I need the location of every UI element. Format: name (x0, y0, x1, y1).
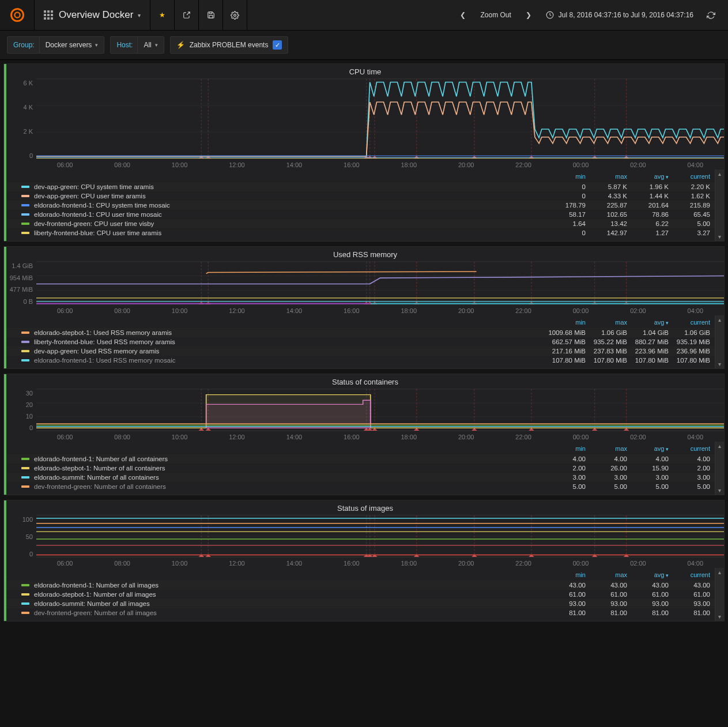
chevron-down-icon: ▾ (95, 42, 98, 48)
legend-row[interactable]: dev-frontend-green: Number of all contai… (6, 482, 715, 491)
dashboard-picker[interactable]: Overview Docker ▾ (35, 0, 150, 30)
legend-table: min max avg current eldorado-frontend-1:… (6, 442, 715, 495)
legend-header-max[interactable]: max (586, 319, 627, 326)
x-tick-label: 12:00 (208, 307, 265, 314)
graph-wrapper[interactable]: 100500 06:0008:0010:0012:0014:0016:0018:… (6, 515, 724, 568)
legend-series-name: eldorado-stepbot-1: Number of all images (34, 591, 544, 598)
legend-row[interactable]: dev-app-green: Used RSS memory aramis 21… (6, 346, 715, 356)
legend-max: 26.00 (586, 465, 627, 472)
legend-swatch-icon (21, 602, 29, 605)
legend-max: 102.65 (586, 211, 627, 218)
legend-row[interactable]: eldorado-frontend-1: Number of all conta… (6, 454, 715, 464)
legend-min: 107.80 MiB (544, 357, 586, 364)
graph-wrapper[interactable]: 1.4 GiB954 MiB477 MiB0 B 06:0008:0010:00… (6, 261, 724, 315)
plot-area[interactable] (36, 389, 724, 431)
x-tick-label: 12:00 (208, 434, 265, 440)
legend-row[interactable]: eldorado-stepbot-1: Number of all images… (6, 590, 715, 599)
save-dashboard-button[interactable] (199, 0, 223, 30)
plot-area[interactable] (36, 78, 724, 159)
x-tick-label: 00:00 (552, 434, 609, 440)
y-axis: 100500 (6, 515, 36, 558)
x-tick-label: 04:00 (667, 161, 724, 168)
legend-row[interactable]: dev-app-green: CPU system time aramis 0 … (6, 182, 715, 191)
time-range-picker[interactable]: Jul 8, 2016 04:37:16 to Jul 9, 2016 04:3… (540, 7, 699, 22)
legend-row[interactable]: eldorado-stepbot-1: Used RSS memory aram… (6, 328, 715, 337)
legend-scrollbar[interactable]: ▴ ▾ (715, 568, 724, 621)
legend-row[interactable]: eldorado-stepbot-1: Number of all contai… (6, 464, 715, 473)
panel-title[interactable]: Status of containers (6, 374, 724, 389)
legend-header-avg[interactable]: avg (627, 445, 669, 452)
x-axis: 06:0008:0010:0012:0014:0016:0018:0020:00… (36, 431, 724, 442)
legend-current: 3.00 (669, 474, 710, 481)
zoom-out-label: Zoom Out (480, 11, 511, 19)
legend-header: min max avg current (6, 444, 715, 454)
legend-row[interactable]: dev-frontend-green: Number of all images… (6, 608, 715, 617)
template-group-dropdown[interactable]: Docker servers ▾ (40, 37, 104, 53)
legend-swatch-icon (21, 341, 29, 343)
time-forward-button[interactable]: ❯ (520, 7, 537, 23)
legend-row[interactable]: eldorado-frontend-1: CPU system time mos… (6, 201, 715, 210)
legend-header-min[interactable]: min (544, 445, 586, 452)
annotation-toggle-zabbix[interactable]: ⚡ Zabbix PROBLEM events ✓ (170, 36, 289, 54)
plot-column: 06:0008:0010:0012:0014:0016:0018:0020:00… (36, 389, 724, 442)
legend-header-current[interactable]: current (669, 173, 710, 180)
share-dashboard-button[interactable] (175, 0, 199, 30)
time-back-button[interactable]: ❮ (455, 7, 471, 23)
legend-scrollbar[interactable]: ▴ ▾ (715, 442, 724, 495)
legend-row[interactable]: eldorado-frontend-1: Used RSS memory mos… (6, 356, 715, 365)
legend-header-current[interactable]: current (669, 571, 710, 578)
legend-avg: 61.00 (627, 591, 669, 598)
template-host-dropdown[interactable]: All ▾ (138, 37, 163, 53)
legend-header-avg[interactable]: avg (627, 571, 669, 578)
grafana-logo[interactable] (0, 0, 35, 30)
y-axis: 3020100 (6, 389, 36, 431)
legend-container: min max avg current eldorado-stepbot-1: … (6, 315, 724, 368)
legend-swatch-icon (21, 476, 29, 479)
zoom-out-button[interactable]: Zoom Out (474, 7, 516, 22)
legend-header-current[interactable]: current (669, 319, 710, 326)
legend-header-max[interactable]: max (586, 173, 627, 180)
legend-series-name: eldorado-stepbot-1: Number of all contai… (34, 465, 544, 472)
legend-header-min[interactable]: min (544, 173, 586, 180)
legend-header-max[interactable]: max (586, 445, 627, 452)
graph-panel: Status of containers 3020100 06:0008:001… (3, 374, 725, 495)
refresh-button[interactable] (703, 7, 719, 23)
star-dashboard-button[interactable]: ★ (150, 0, 175, 30)
settings-dashboard-button[interactable] (223, 0, 247, 30)
legend-series-name: eldorado-frontend-1: Number of all conta… (34, 455, 544, 462)
graph-wrapper[interactable]: 6 K4 K2 K0 06:0008:0010:0012:0014:0016:0… (6, 78, 724, 169)
plot-area[interactable] (36, 515, 724, 558)
legend-row[interactable]: eldorado-summit: Number of all container… (6, 473, 715, 482)
legend-header-avg[interactable]: avg (627, 173, 669, 180)
scroll-up-icon: ▴ (718, 569, 721, 575)
legend-row[interactable]: eldorado-frontend-1: CPU user time mosai… (6, 210, 715, 219)
plot-area[interactable] (36, 261, 724, 305)
legend-row[interactable]: eldorado-frontend-1: Number of all image… (6, 581, 715, 590)
legend-header-avg[interactable]: avg (627, 319, 669, 326)
legend-swatch-icon (21, 467, 29, 469)
legend-header-min[interactable]: min (544, 319, 586, 326)
navbar-right: ❮ Zoom Out ❯ Jul 8, 2016 04:37:16 to Jul… (455, 7, 719, 23)
legend-header-current[interactable]: current (669, 445, 710, 452)
x-tick-label: 04:00 (667, 307, 724, 314)
legend-row[interactable]: eldorado-summit: Number of all images 93… (6, 599, 715, 608)
legend-header-min[interactable]: min (544, 571, 586, 578)
legend-scrollbar[interactable]: ▴ ▾ (715, 315, 724, 368)
legend-series-name: dev-frontend-green: CPU user time visby (34, 220, 544, 227)
legend-row[interactable]: liberty-frontend-blue: Used RSS memory a… (6, 337, 715, 346)
panel-title[interactable]: Used RSS memory (6, 247, 724, 261)
legend-header-max[interactable]: max (586, 571, 627, 578)
graph-wrapper[interactable]: 3020100 06:0008:0010:0012:0014:0016:0018… (6, 389, 724, 442)
panel-title[interactable]: Status of images (6, 500, 724, 515)
legend-current: 1.62 K (669, 193, 710, 199)
legend-row[interactable]: liberty-frontend-blue: CPU user time ara… (6, 228, 715, 238)
legend-avg: 1.96 K (627, 183, 669, 190)
legend-row[interactable]: dev-frontend-green: CPU user time visby … (6, 219, 715, 228)
x-axis: 06:0008:0010:0012:0014:0016:0018:0020:00… (36, 159, 724, 169)
legend-row[interactable]: dev-app-green: CPU user time aramis 0 4.… (6, 191, 715, 201)
x-tick-label: 08:00 (93, 161, 150, 168)
panel-title[interactable]: CPU time (6, 64, 724, 78)
legend-scrollbar[interactable]: ▴ ▾ (715, 169, 724, 241)
legend-swatch-icon (21, 223, 29, 225)
panel-body: Used RSS memory 1.4 GiB954 MiB477 MiB0 B… (6, 247, 724, 368)
